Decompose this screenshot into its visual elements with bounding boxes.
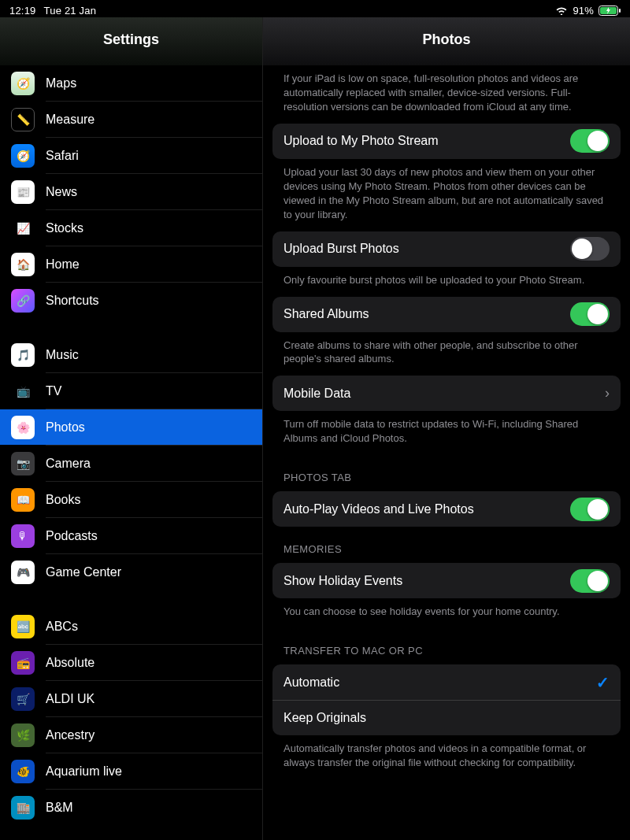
- memories-header: MEMORIES: [272, 527, 621, 563]
- sidebar-item-label: Photos: [46, 420, 262, 435]
- bm-icon: 🏬: [11, 796, 35, 820]
- sidebar-item-aquarium[interactable]: 🐠Aquarium live: [0, 753, 262, 789]
- aquarium-icon: 🐠: [11, 760, 35, 783]
- settings-sidebar: Settings 🧭Maps📏Measure🧭Safari📰News📈Stock…: [0, 17, 263, 840]
- transfer-header: TRANSFER TO MAC OR PC: [272, 628, 621, 664]
- camera-icon: 📷: [11, 452, 35, 476]
- autoplay-label: Auto-Play Videos and Live Photos: [284, 502, 570, 516]
- upload-burst-label: Upload Burst Photos: [284, 242, 570, 256]
- sidebar-item-label: Stocks: [46, 221, 262, 235]
- sidebar-item-home[interactable]: 🏠Home: [0, 246, 262, 282]
- holiday-row[interactable]: Show Holiday Events: [272, 563, 621, 598]
- sidebar-item-label: Home: [46, 257, 262, 272]
- absolute-icon: 📻: [11, 651, 35, 675]
- battery-icon: [598, 6, 621, 16]
- stocks-icon: 📈: [11, 216, 35, 240]
- status-date: Tue 21 Jan: [44, 5, 97, 17]
- sidebar-item-label: Aquarium live: [46, 764, 262, 779]
- sidebar-item-label: TV: [46, 384, 262, 398]
- sidebar-item-label: ALDI UK: [46, 692, 262, 706]
- mobile-data-label: Mobile Data: [284, 387, 605, 401]
- sidebar-item-measure[interactable]: 📏Measure: [0, 102, 262, 137]
- detail-title: Photos: [263, 17, 630, 65]
- tv-icon: 📺: [11, 379, 35, 403]
- maps-icon: 🧭: [11, 72, 35, 95]
- chevron-right-icon: ›: [605, 385, 610, 401]
- abcs-icon: 🔤: [11, 615, 35, 638]
- sidebar-item-books[interactable]: 📖Books: [0, 482, 262, 517]
- detail-scroll[interactable]: If your iPad is low on space, full-resol…: [263, 65, 630, 840]
- checkmark-icon: ✓: [596, 673, 610, 692]
- shared-albums-label: Shared Albums: [284, 307, 570, 321]
- upload-photo-stream-switch[interactable]: [570, 129, 610, 153]
- ancestry-icon: 🌿: [11, 723, 35, 747]
- sidebar-item-camera[interactable]: 📷Camera: [0, 446, 262, 481]
- sidebar-item-photos[interactable]: 🌸Photos: [0, 409, 262, 445]
- sidebar-item-music[interactable]: 🎵Music: [0, 337, 262, 372]
- news-icon: 📰: [11, 180, 35, 204]
- sidebar-item-label: Ancestry: [46, 728, 262, 742]
- podcasts-icon: 🎙: [11, 524, 35, 548]
- books-icon: 📖: [11, 488, 35, 512]
- holiday-footer: You can choose to see holiday events for…: [272, 598, 621, 628]
- upload-burst-switch[interactable]: [570, 237, 610, 261]
- sidebar-item-label: Maps: [46, 76, 262, 91]
- sidebar-list[interactable]: 🧭Maps📏Measure🧭Safari📰News📈Stocks🏠Home🔗Sh…: [0, 65, 262, 840]
- shared-albums-switch[interactable]: [570, 302, 610, 326]
- upload-photo-stream-footer: Upload your last 30 days of new photos a…: [272, 159, 621, 231]
- svg-rect-2: [619, 9, 621, 13]
- holiday-switch[interactable]: [570, 569, 610, 593]
- sidebar-item-news[interactable]: 📰News: [0, 174, 262, 209]
- transfer-keep-label: Keep Originals: [284, 711, 610, 725]
- measure-icon: 📏: [11, 108, 35, 131]
- mobile-data-footer: Turn off mobile data to restrict updates…: [272, 411, 621, 455]
- mobile-data-row[interactable]: Mobile Data ›: [272, 376, 621, 411]
- sidebar-item-label: Podcasts: [46, 529, 262, 543]
- gamecenter-icon: 🎮: [11, 561, 35, 584]
- sidebar-item-maps[interactable]: 🧭Maps: [0, 65, 262, 101]
- sidebar-item-aldi[interactable]: 🛒ALDI UK: [0, 681, 262, 716]
- sidebar-item-label: ABCs: [46, 620, 262, 634]
- sidebar-item-bm[interactable]: 🏬B&M: [0, 790, 262, 825]
- sidebar-item-label: Safari: [46, 149, 262, 163]
- sidebar-item-label: Camera: [46, 457, 262, 471]
- sidebar-item-podcasts[interactable]: 🎙Podcasts: [0, 518, 262, 553]
- sidebar-item-label: Absolute: [46, 656, 262, 670]
- status-time: 12:19: [9, 5, 36, 17]
- detail-pane: Photos If your iPad is low on space, ful…: [263, 17, 630, 840]
- sidebar-item-safari[interactable]: 🧭Safari: [0, 138, 262, 173]
- transfer-automatic-label: Automatic: [284, 675, 596, 690]
- upload-burst-footer: Only favourite burst photos will be uplo…: [272, 267, 621, 297]
- wifi-icon: [555, 6, 568, 15]
- sidebar-item-label: Books: [46, 493, 262, 507]
- sidebar-item-shortcuts[interactable]: 🔗Shortcuts: [0, 283, 262, 318]
- upload-burst-row[interactable]: Upload Burst Photos: [272, 231, 621, 267]
- transfer-automatic-row[interactable]: Automatic ✓: [272, 664, 621, 700]
- sidebar-item-label: Shortcuts: [46, 294, 262, 308]
- sidebar-item-stocks[interactable]: 📈Stocks: [0, 210, 262, 246]
- sidebar-item-tv[interactable]: 📺TV: [0, 373, 262, 409]
- sidebar-item-ancestry[interactable]: 🌿Ancestry: [0, 717, 262, 753]
- sidebar-item-abcs[interactable]: 🔤ABCs: [0, 609, 262, 644]
- sidebar-item-absolute[interactable]: 📻Absolute: [0, 645, 262, 680]
- photos-tab-header: PHOTOS TAB: [272, 455, 621, 491]
- upload-photo-stream-row[interactable]: Upload to My Photo Stream: [272, 124, 621, 159]
- autoplay-row[interactable]: Auto-Play Videos and Live Photos: [272, 491, 621, 527]
- photos-icon: 🌸: [11, 416, 35, 439]
- shared-albums-footer: Create albums to share with other people…: [272, 332, 621, 376]
- transfer-keep-row[interactable]: Keep Originals: [272, 700, 621, 735]
- sidebar-item-label: News: [46, 185, 262, 199]
- sidebar-item-label: B&M: [46, 801, 262, 815]
- sidebar-item-gamecenter[interactable]: 🎮Game Center: [0, 554, 262, 590]
- sidebar-title: Settings: [0, 17, 262, 65]
- status-battery-pct: 91%: [573, 5, 594, 17]
- upload-photo-stream-label: Upload to My Photo Stream: [284, 134, 570, 148]
- transfer-footer: Automatically transfer photos and videos…: [272, 735, 621, 779]
- shared-albums-row[interactable]: Shared Albums: [272, 297, 621, 332]
- sidebar-item-label: Music: [46, 348, 262, 362]
- autoplay-switch[interactable]: [570, 498, 610, 521]
- sidebar-item-label: Measure: [46, 113, 262, 127]
- home-icon: 🏠: [11, 253, 35, 276]
- sidebar-item-label: Game Center: [46, 565, 262, 579]
- music-icon: 🎵: [11, 343, 35, 367]
